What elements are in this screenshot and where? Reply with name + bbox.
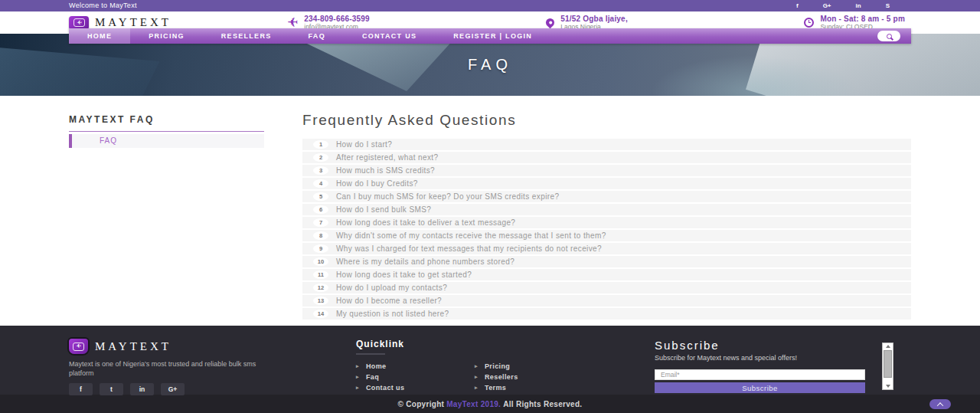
question-text: How do I upload my contacts?: [336, 284, 447, 292]
footer-brand-name: MAYTEXT: [95, 340, 172, 353]
faq-question-row[interactable]: 13 How do I become a reseller?: [302, 295, 911, 306]
nav-item[interactable]: REGISTER | LOGIN: [435, 28, 550, 44]
quicklink-item[interactable]: Terms: [475, 384, 593, 392]
brand-logo-link[interactable]: MAYTEXT: [69, 16, 287, 30]
nav-item[interactable]: FAQ: [290, 28, 344, 44]
quicklink-item[interactable]: Faq: [356, 373, 475, 381]
skype-icon[interactable]: S: [886, 0, 890, 11]
contact-primary-text: Mon - Sat: 8 am - 5 pm: [820, 15, 905, 23]
question-number: 5: [313, 192, 328, 201]
faq-title: Frequently Asked Questions: [302, 112, 911, 129]
copyright-bar: © Copyright MayText 2019. All Rights Res…: [0, 395, 980, 413]
scroll-down-icon[interactable]: [883, 383, 893, 389]
question-number: 6: [313, 205, 328, 214]
question-text: How do I send bulk SMS?: [336, 205, 431, 214]
brand-name: MAYTEXT: [95, 16, 172, 29]
search-icon: [887, 34, 892, 39]
main-nav: HOME PRICING RESELLERS FAQ CONTACT US RE…: [69, 28, 911, 44]
question-number: 4: [313, 179, 328, 188]
site-footer: MAYTEXT Maytext is one of Nigeria's most…: [0, 326, 980, 395]
maytext-logo-icon: [69, 339, 88, 354]
back-to-top-button[interactable]: [929, 399, 951, 409]
question-text: Can I buy much SMS for keep? Do your SMS…: [336, 192, 559, 201]
linkedin-icon[interactable]: in: [130, 383, 154, 395]
faq-question-row[interactable]: 8 Why didn't some of my contacts receive…: [302, 230, 911, 241]
faq-question-row[interactable]: 3 How much is SMS credits?: [302, 165, 911, 176]
facebook-icon[interactable]: f: [796, 0, 799, 11]
subscribe-text: Subscribe for Maytext news and special o…: [655, 354, 855, 362]
quicklink-item[interactable]: Resellers: [475, 373, 593, 381]
footer-subscribe-column: Subscribe Subscribe for Maytext news and…: [655, 339, 865, 395]
sidebar-item-faq[interactable]: FAQ: [69, 134, 264, 148]
quicklink-col-2: Pricing Resellers Terms: [475, 362, 593, 392]
question-text: How much is SMS credits?: [336, 166, 435, 175]
footer-brand-link[interactable]: MAYTEXT: [69, 339, 356, 354]
question-text: Why was I charged for text messages that…: [336, 244, 602, 253]
faq-question-row[interactable]: 9 Why was I charged for text messages th…: [302, 243, 911, 254]
question-number: 1: [313, 140, 328, 149]
topbar: Welcome to MayText f G+ in S: [0, 0, 980, 11]
nav-item[interactable]: HOME: [69, 28, 130, 44]
faq-question-row[interactable]: 1 How do I start?: [302, 139, 911, 150]
faq-question-row[interactable]: 14 My question is not listed here?: [302, 308, 911, 320]
main-content: MAYTEXT FAQ FAQ Frequently Asked Questio…: [0, 96, 980, 326]
footer-tagline: Maytext is one of Nigeria's most trusted…: [69, 359, 264, 378]
twitter-icon[interactable]: t: [100, 383, 123, 395]
sidebar-heading: MAYTEXT FAQ: [69, 114, 264, 132]
chevron-up-icon: [937, 402, 943, 408]
contact-primary-text: 234-809-666-3599: [304, 15, 370, 23]
question-text: Where is my details and phone numbers st…: [336, 257, 514, 266]
nav-item[interactable]: RESELLERS: [203, 28, 290, 44]
question-text: How do I buy Credits?: [336, 179, 418, 188]
scrollbar-thumb[interactable]: [884, 350, 892, 378]
google-plus-icon[interactable]: G+: [823, 0, 831, 11]
heading-underline: [356, 353, 385, 355]
question-number: 9: [313, 244, 328, 253]
faq-question-row[interactable]: 4 How do I buy Credits?: [302, 178, 911, 189]
question-number: 14: [313, 310, 328, 318]
faq-question-row[interactable]: 11 How long does it take to get started?: [302, 269, 911, 280]
subscribe-button[interactable]: Subscribe: [655, 382, 865, 393]
copyright-prefix: © Copyright: [398, 400, 445, 408]
scroll-up-icon[interactable]: [883, 343, 893, 349]
email-input[interactable]: [655, 369, 865, 380]
faq-question-row[interactable]: 10 Where is my details and phone numbers…: [302, 256, 911, 267]
question-text: After registered, what next?: [336, 153, 439, 162]
maytext-website: { "topbar": { "welcome": "Welcome to May…: [0, 0, 980, 413]
nav-item[interactable]: PRICING: [130, 28, 203, 44]
quicklink-item[interactable]: Contact us: [356, 384, 475, 392]
faq-question-row[interactable]: 2 After registered, what next?: [302, 152, 911, 163]
footer-quicklink-column: Quicklink Home Faq Contact us Pricing: [356, 339, 616, 395]
facebook-icon[interactable]: f: [69, 383, 93, 395]
paper-plane-icon: [287, 16, 298, 30]
faq-question-row[interactable]: 6 How do I send bulk SMS?: [302, 204, 911, 215]
google-plus-icon[interactable]: G+: [161, 383, 185, 395]
question-number: 3: [313, 166, 328, 175]
quicklink-item[interactable]: Home: [356, 362, 475, 370]
question-number: 10: [313, 257, 328, 266]
copyright-brand-link[interactable]: MayText 2019.: [446, 400, 501, 408]
question-text: My question is not listed here?: [336, 310, 449, 318]
question-number: 8: [313, 231, 328, 240]
linkedin-icon[interactable]: in: [856, 0, 861, 11]
question-number: 2: [313, 153, 328, 162]
question-number: 7: [313, 218, 328, 227]
question-text: Why didn't some of my contacts receive t…: [336, 231, 606, 240]
copyright-suffix: All Rights Reserved.: [503, 400, 582, 408]
search-button[interactable]: [877, 31, 900, 41]
nav-item[interactable]: CONTACT US: [344, 28, 435, 44]
maytext-logo-icon: [69, 16, 89, 30]
faq-section: Frequently Asked Questions 1 How do I st…: [302, 112, 911, 326]
subscribe-heading: Subscribe: [655, 339, 865, 352]
quicklink-col-1: Home Faq Contact us: [356, 362, 475, 392]
question-text: How long does it take to deliver a text …: [336, 218, 515, 227]
faq-question-row[interactable]: 7 How long does it take to deliver a tex…: [302, 217, 911, 228]
vertical-scrollbar[interactable]: [882, 343, 893, 390]
quicklink-heading: Quicklink: [356, 339, 616, 349]
question-text: How long does it take to get started?: [336, 270, 472, 279]
faq-question-row[interactable]: 5 Can I buy much SMS for keep? Do your S…: [302, 191, 911, 202]
paper-plane-icon: [73, 343, 84, 351]
faq-question-row[interactable]: 12 How do I upload my contacts?: [302, 282, 911, 293]
quicklink-item[interactable]: Pricing: [475, 362, 593, 370]
question-number: 13: [313, 297, 328, 305]
